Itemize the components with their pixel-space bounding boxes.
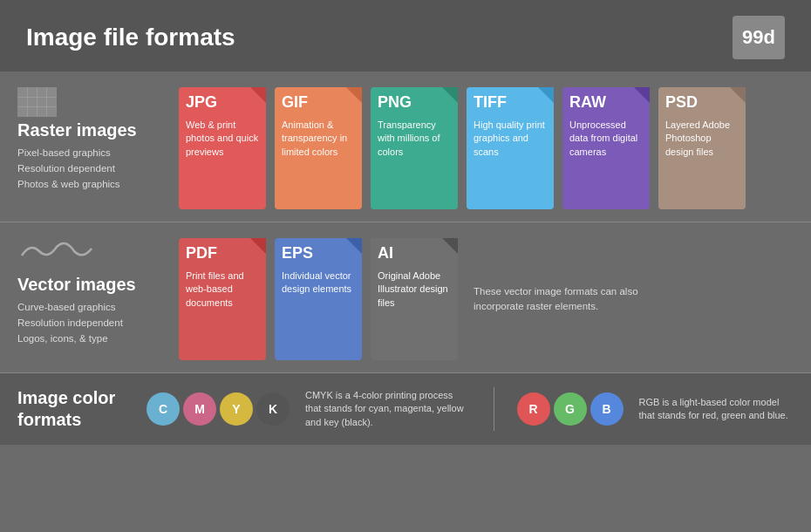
vector-cards: PDF Print files and web-based documents … xyxy=(179,238,794,360)
circle-r: R xyxy=(517,392,550,426)
card-pdf-desc: Print files and web-based documents xyxy=(186,269,259,310)
rgb-circles: R G B xyxy=(517,392,624,426)
rgb-desc: RGB is a light-based color model that st… xyxy=(639,396,794,423)
color-divider xyxy=(494,387,494,431)
card-jpg: JPG Web & print photos and quick preview… xyxy=(179,87,266,209)
circle-c: C xyxy=(147,392,180,426)
card-ai-desc: Original Adobe Illustrator design files xyxy=(378,269,451,310)
vector-section: Vector images Curve-based graphics Resol… xyxy=(0,222,811,372)
card-jpg-desc: Web & print photos and quick previews xyxy=(186,119,259,159)
color-formats-title: Image color formats xyxy=(17,387,131,431)
card-eps: EPS Individual vector design elements xyxy=(275,238,362,360)
card-jpg-label: JPG xyxy=(179,93,217,115)
raster-section: Raster images Pixel-based graphics Resol… xyxy=(0,72,811,222)
cmyk-desc: CMYK is a 4-color printing process that … xyxy=(305,389,471,429)
raster-icon xyxy=(17,87,170,113)
page-title: Image file formats xyxy=(26,24,235,51)
logo: 99d xyxy=(733,16,785,59)
raster-line2: Resolution dependent xyxy=(17,161,170,177)
card-gif: GIF Animation & transparency in limited … xyxy=(275,87,362,209)
vector-line2: Resolution independent xyxy=(17,316,170,331)
color-formats-heading: Image color formats xyxy=(17,387,131,431)
circle-g: G xyxy=(554,392,587,426)
card-ai: AI Original Adobe Illustrator design fil… xyxy=(371,238,458,360)
raster-line3: Photos & web graphics xyxy=(17,177,170,193)
vector-line3: Logos, icons, & type xyxy=(17,331,170,347)
circle-b: B xyxy=(590,392,624,426)
card-gif-desc: Animation & transparency in limited colo… xyxy=(282,119,355,159)
circle-m: M xyxy=(183,392,216,426)
card-pdf: PDF Print files and web-based documents xyxy=(179,238,266,360)
card-psd-label: PSD xyxy=(658,93,698,115)
raster-heading: Raster images xyxy=(17,120,170,140)
card-png-label: PNG xyxy=(371,93,412,115)
card-tiff-label: TIFF xyxy=(467,93,507,115)
card-raw-desc: Unprocessed data from digital cameras xyxy=(569,119,643,159)
header: Image file formats 99d xyxy=(0,0,811,72)
card-eps-label: EPS xyxy=(275,244,313,266)
circle-k: K xyxy=(256,392,290,426)
vector-icon xyxy=(17,238,170,268)
raster-cards: JPG Web & print photos and quick preview… xyxy=(179,87,794,209)
raster-line1: Pixel-based graphics xyxy=(17,146,170,161)
cmyk-circles: C M Y K xyxy=(147,392,290,426)
vector-label: Vector images Curve-based graphics Resol… xyxy=(17,238,179,360)
card-ai-label: AI xyxy=(371,244,393,266)
vector-line1: Curve-based graphics xyxy=(17,300,170,316)
color-formats-section: Image color formats C M Y K CMYK is a 4-… xyxy=(0,372,811,445)
card-tiff: TIFF High quality print graphics and sca… xyxy=(467,87,554,209)
card-png-desc: Transparency with millions of colors xyxy=(378,119,451,159)
card-pdf-label: PDF xyxy=(179,244,217,266)
card-gif-label: GIF xyxy=(275,93,308,115)
card-raw-label: RAW xyxy=(562,93,606,115)
card-png: PNG Transparency with millions of colors xyxy=(371,87,458,209)
raster-label: Raster images Pixel-based graphics Resol… xyxy=(17,87,179,209)
card-tiff-desc: High quality print graphics and scans xyxy=(474,119,547,159)
vector-heading: Vector images xyxy=(17,275,170,295)
circle-y: Y xyxy=(220,392,253,426)
card-eps-desc: Individual vector design elements xyxy=(282,269,355,297)
vector-note: These vector image formats can also inco… xyxy=(474,284,657,313)
card-psd-desc: Layered Adobe Photoshop design files xyxy=(665,119,739,159)
card-psd: PSD Layered Adobe Photoshop design files xyxy=(658,87,746,209)
card-raw: RAW Unprocessed data from digital camera… xyxy=(562,87,650,209)
